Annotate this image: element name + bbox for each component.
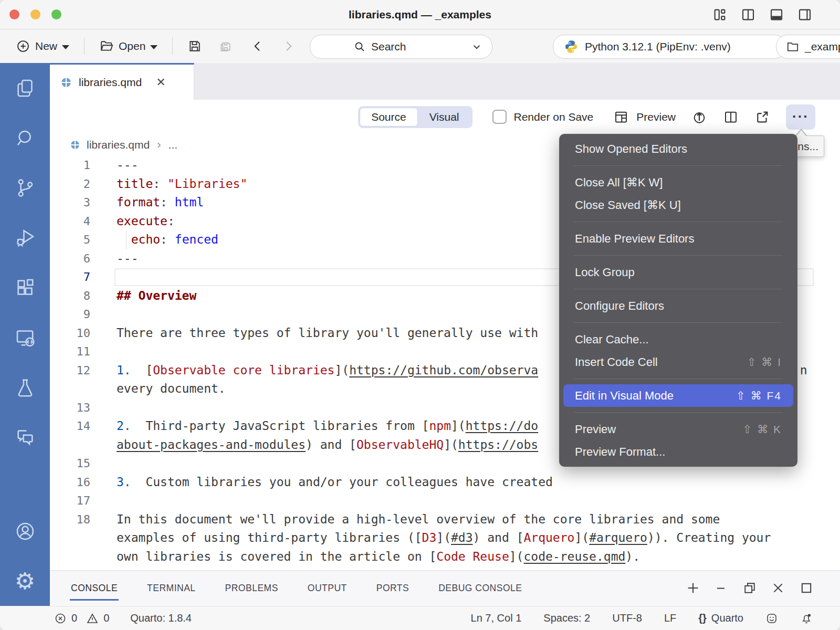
code-text: 2. Third-party JavaScript libraries from… (117, 417, 538, 436)
status-bar: 0 0 Quarto: 1.8.4 Ln 7, Col 1 Spaces: 2 … (0, 606, 840, 630)
warning-icon (86, 612, 99, 625)
preview-button[interactable]: Preview (613, 109, 676, 125)
menu-item-shortcut: ⇧ ⌘ I (747, 356, 782, 369)
language-mode-status[interactable]: {} Quarto (698, 612, 743, 624)
visual-mode-button[interactable]: Visual (418, 108, 471, 127)
render-icon[interactable] (691, 109, 707, 125)
panel-tab-debug-console[interactable]: DEBUG CONSOLE (437, 575, 523, 601)
line-number: 9 (50, 305, 90, 324)
search-icon (353, 40, 366, 53)
workspace-button[interactable]: _examples (776, 35, 840, 59)
forward-icon[interactable] (281, 39, 296, 54)
menu-item-lock-group[interactable]: Lock Group (559, 261, 797, 284)
menu-item-label: Preview (575, 423, 616, 436)
restore-icon[interactable] (742, 581, 757, 595)
menu-item-close-saved-k-u[interactable]: Close Saved [⌘K U] (559, 194, 797, 216)
python-icon (564, 39, 579, 54)
activity-bar-extensions-icon[interactable] (0, 262, 50, 312)
menu-item-edit-in-visual-mode[interactable]: Edit in Visual Mode⇧ ⌘ F4 (563, 384, 793, 407)
menu-item-label: Configure Editors (575, 299, 664, 313)
new-button[interactable]: New (12, 36, 74, 57)
notifications-bell-icon[interactable] (800, 612, 813, 625)
split-editor-icon[interactable] (723, 109, 739, 125)
activity-bar-settings-icon[interactable]: ⚙ (0, 556, 50, 606)
maximize-icon[interactable] (799, 581, 814, 595)
line-number: 7 (50, 268, 90, 287)
menu-item-label: Close All [⌘K W] (575, 176, 663, 190)
line-number: 13 (50, 398, 90, 417)
activity-bar-account-icon[interactable] (0, 506, 50, 556)
plus-icon[interactable] (686, 581, 700, 595)
line-number (50, 436, 90, 455)
code-text: examples of using third-party libraries … (117, 529, 771, 548)
panel-tab-output[interactable]: OUTPUT (307, 575, 348, 601)
menu-item-configure-editors[interactable]: Configure Editors (559, 295, 797, 317)
menu-item-close-all-k-w[interactable]: Close All [⌘K W] (559, 171, 797, 194)
activity-bar-source-control-icon[interactable] (0, 163, 50, 213)
open-external-icon[interactable] (754, 109, 770, 125)
line-number (50, 529, 90, 548)
encoding-status[interactable]: UTF-8 (612, 612, 642, 624)
feedback-smiley-icon[interactable] (765, 612, 778, 625)
menu-item-enable-preview-editors[interactable]: Enable Preview Editors (559, 227, 797, 250)
tab-libraries-qmd[interactable]: libraries.qmd ✕ (50, 63, 194, 100)
secondary-sidebar-icon[interactable] (797, 7, 813, 23)
line-number: 6 (50, 249, 90, 268)
customize-layout-icon[interactable] (712, 7, 728, 23)
open-button[interactable]: Open (95, 36, 162, 57)
minimize-icon[interactable] (714, 581, 729, 595)
menu-item-insert-code-cell[interactable]: Insert Code Cell⇧ ⌘ I (559, 351, 797, 373)
activity-bar-chat-icon[interactable] (0, 412, 50, 462)
activity-bar-search-icon[interactable] (0, 113, 50, 163)
error-count: 0 (71, 612, 77, 624)
indentation-status[interactable]: Spaces: 2 (543, 612, 590, 624)
chevron-down-icon (150, 45, 158, 49)
menu-item-preview[interactable]: Preview⇧ ⌘ K (559, 418, 797, 440)
split-editor-icon[interactable] (740, 7, 756, 23)
save-all-icon[interactable] (218, 39, 233, 54)
activity-bar-explorer-icon[interactable] (0, 63, 50, 113)
back-icon[interactable] (250, 39, 265, 54)
save-icon[interactable] (187, 39, 202, 54)
activity-bar-remote-explorer-icon[interactable] (0, 312, 50, 362)
activity-bar-run-debug-icon[interactable] (0, 213, 50, 262)
bottom-panel-tabs: CONSOLETERMINALPROBLEMSOUTPUTPORTSDEBUG … (50, 570, 840, 605)
quarto-version-status[interactable]: Quarto: 1.8.4 (130, 612, 192, 624)
menu-item-label: Show Opened Editors (575, 142, 687, 156)
interpreter-selector[interactable]: Python 3.12.1 (PipEnv: .venv) (553, 35, 786, 59)
more-actions-button[interactable]: ··· (786, 104, 815, 130)
editor-actions-menu: Show Opened EditorsClose All [⌘K W]Close… (559, 134, 797, 467)
code-line: own libraries is covered in the article … (50, 548, 840, 566)
indent-guide (126, 230, 127, 249)
menu-item-preview-format[interactable]: Preview Format... (559, 440, 797, 463)
breadcrumb-file[interactable]: libraries.qmd (87, 139, 150, 151)
panel-tab-ports[interactable]: PORTS (375, 575, 410, 601)
activity-bar-testing-icon[interactable] (0, 362, 50, 412)
source-mode-button[interactable]: Source (360, 108, 418, 127)
menu-item-clear-cache[interactable]: Clear Cache... (559, 328, 797, 351)
close-icon[interactable] (771, 581, 785, 595)
code-text: every document. (117, 380, 226, 398)
quarto-icon (70, 140, 80, 150)
render-on-save-checkbox[interactable] (492, 110, 507, 124)
problems-status[interactable]: 0 0 (54, 612, 109, 625)
menu-item-show-opened-editors[interactable]: Show Opened Editors (559, 138, 797, 160)
menu-separator (574, 289, 783, 289)
panel-tab-problems[interactable]: PROBLEMS (224, 575, 279, 601)
render-on-save-label: Render on Save (514, 111, 594, 123)
code-text: ## Overview (117, 287, 196, 306)
cursor-position-status[interactable]: Ln 7, Col 1 (471, 612, 522, 624)
eol-status[interactable]: LF (664, 612, 676, 624)
code-text: In this document we'll provide a high-le… (117, 510, 720, 529)
breadcrumb-more[interactable]: ... (169, 139, 178, 151)
close-tab-icon[interactable]: ✕ (156, 76, 165, 89)
panel-icon[interactable] (769, 7, 784, 23)
search-box[interactable]: Search (310, 35, 492, 59)
app-window: libraries.qmd — _examples New (0, 0, 840, 630)
line-number: 3 (50, 193, 90, 212)
line-number: 16 (50, 473, 90, 492)
panel-tab-terminal[interactable]: TERMINAL (146, 575, 196, 601)
panel-tab-console[interactable]: CONSOLE (70, 575, 119, 601)
folder-open-icon (99, 39, 114, 54)
code-text: title: "Libraries" (117, 175, 247, 194)
